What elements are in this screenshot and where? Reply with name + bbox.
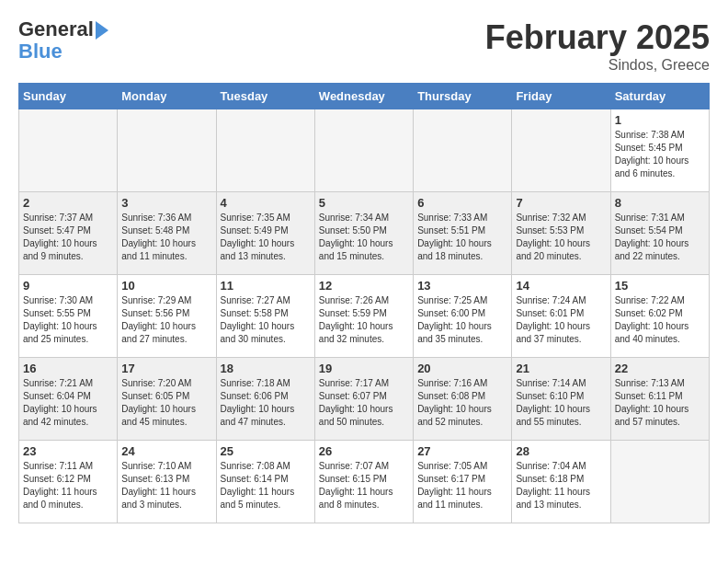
day-number: 1 xyxy=(615,113,705,127)
weekday-header: Saturday xyxy=(610,84,709,109)
calendar-day-cell: 21Sunrise: 7:14 AM Sunset: 6:10 PM Dayli… xyxy=(512,358,610,441)
calendar-day-cell: 15Sunrise: 7:22 AM Sunset: 6:02 PM Dayli… xyxy=(610,275,709,358)
day-number: 24 xyxy=(121,444,211,458)
calendar-week-row: 9Sunrise: 7:30 AM Sunset: 5:55 PM Daylig… xyxy=(19,275,710,358)
weekday-header: Thursday xyxy=(414,84,512,109)
calendar-day-cell: 27Sunrise: 7:05 AM Sunset: 6:17 PM Dayli… xyxy=(414,441,512,523)
calendar-day-cell: 16Sunrise: 7:21 AM Sunset: 6:04 PM Dayli… xyxy=(19,358,118,441)
day-info: Sunrise: 7:18 AM Sunset: 6:06 PM Dayligh… xyxy=(221,377,311,429)
day-number: 5 xyxy=(319,196,409,210)
day-info: Sunrise: 7:16 AM Sunset: 6:08 PM Dayligh… xyxy=(417,377,507,429)
calendar-day-cell: 19Sunrise: 7:17 AM Sunset: 6:07 PM Dayli… xyxy=(314,358,413,441)
month-title: February 2025 xyxy=(485,18,710,57)
calendar-week-row: 2Sunrise: 7:37 AM Sunset: 5:47 PM Daylig… xyxy=(19,192,710,275)
day-info: Sunrise: 7:20 AM Sunset: 6:05 PM Dayligh… xyxy=(121,377,211,429)
calendar-day-cell xyxy=(610,441,709,523)
day-number: 28 xyxy=(516,444,606,458)
day-number: 16 xyxy=(23,362,113,375)
weekday-header: Sunday xyxy=(19,84,118,109)
calendar-day-cell: 12Sunrise: 7:26 AM Sunset: 5:59 PM Dayli… xyxy=(314,275,413,358)
calendar-week-row: 23Sunrise: 7:11 AM Sunset: 6:12 PM Dayli… xyxy=(19,441,710,523)
weekday-header: Wednesday xyxy=(314,84,413,109)
calendar-week-row: 16Sunrise: 7:21 AM Sunset: 6:04 PM Dayli… xyxy=(19,358,710,441)
calendar-header-row: SundayMondayTuesdayWednesdayThursdayFrid… xyxy=(19,84,710,109)
location-subtitle: Sindos, Greece xyxy=(485,57,710,74)
weekday-header: Tuesday xyxy=(216,84,314,109)
calendar-day-cell: 9Sunrise: 7:30 AM Sunset: 5:55 PM Daylig… xyxy=(19,275,118,358)
calendar-day-cell: 26Sunrise: 7:07 AM Sunset: 6:15 PM Dayli… xyxy=(314,441,413,523)
day-number: 14 xyxy=(516,279,606,293)
calendar-day-cell: 10Sunrise: 7:29 AM Sunset: 5:56 PM Dayli… xyxy=(118,275,216,358)
calendar-day-cell: 4Sunrise: 7:35 AM Sunset: 5:49 PM Daylig… xyxy=(216,192,314,275)
calendar-week-row: 1Sunrise: 7:38 AM Sunset: 5:45 PM Daylig… xyxy=(19,109,710,192)
day-info: Sunrise: 7:31 AM Sunset: 5:54 PM Dayligh… xyxy=(615,212,705,263)
day-number: 20 xyxy=(417,362,507,375)
day-number: 10 xyxy=(121,279,211,293)
calendar-day-cell: 14Sunrise: 7:24 AM Sunset: 6:01 PM Dayli… xyxy=(512,275,610,358)
calendar-day-cell: 6Sunrise: 7:33 AM Sunset: 5:51 PM Daylig… xyxy=(414,192,512,275)
day-info: Sunrise: 7:36 AM Sunset: 5:48 PM Dayligh… xyxy=(121,212,211,263)
day-info: Sunrise: 7:10 AM Sunset: 6:13 PM Dayligh… xyxy=(121,460,211,511)
day-info: Sunrise: 7:32 AM Sunset: 5:53 PM Dayligh… xyxy=(516,212,606,263)
day-info: Sunrise: 7:04 AM Sunset: 6:18 PM Dayligh… xyxy=(516,460,606,511)
day-number: 3 xyxy=(121,196,211,210)
day-info: Sunrise: 7:08 AM Sunset: 6:14 PM Dayligh… xyxy=(221,460,311,511)
calendar-day-cell xyxy=(512,109,610,192)
day-number: 7 xyxy=(516,196,606,210)
day-number: 21 xyxy=(516,362,606,375)
day-info: Sunrise: 7:17 AM Sunset: 6:07 PM Dayligh… xyxy=(319,377,409,429)
calendar-day-cell: 23Sunrise: 7:11 AM Sunset: 6:12 PM Dayli… xyxy=(19,441,118,523)
calendar-day-cell: 8Sunrise: 7:31 AM Sunset: 5:54 PM Daylig… xyxy=(610,192,709,275)
day-info: Sunrise: 7:33 AM Sunset: 5:51 PM Dayligh… xyxy=(417,212,507,263)
day-info: Sunrise: 7:05 AM Sunset: 6:17 PM Dayligh… xyxy=(417,460,507,511)
calendar-day-cell: 7Sunrise: 7:32 AM Sunset: 5:53 PM Daylig… xyxy=(512,192,610,275)
calendar-day-cell: 24Sunrise: 7:10 AM Sunset: 6:13 PM Dayli… xyxy=(118,441,216,523)
weekday-header: Monday xyxy=(118,84,216,109)
calendar-table: SundayMondayTuesdayWednesdayThursdayFrid… xyxy=(18,83,710,523)
calendar-day-cell: 28Sunrise: 7:04 AM Sunset: 6:18 PM Dayli… xyxy=(512,441,610,523)
calendar-day-cell: 3Sunrise: 7:36 AM Sunset: 5:48 PM Daylig… xyxy=(118,192,216,275)
day-number: 8 xyxy=(615,196,705,210)
calendar-day-cell: 13Sunrise: 7:25 AM Sunset: 6:00 PM Dayli… xyxy=(414,275,512,358)
title-block: February 2025 Sindos, Greece xyxy=(485,18,710,74)
day-info: Sunrise: 7:37 AM Sunset: 5:47 PM Dayligh… xyxy=(23,212,113,263)
calendar-day-cell xyxy=(414,109,512,192)
calendar-day-cell: 1Sunrise: 7:38 AM Sunset: 5:45 PM Daylig… xyxy=(610,109,709,192)
day-info: Sunrise: 7:35 AM Sunset: 5:49 PM Dayligh… xyxy=(221,212,311,263)
calendar-day-cell xyxy=(19,109,118,192)
calendar-day-cell: 18Sunrise: 7:18 AM Sunset: 6:06 PM Dayli… xyxy=(216,358,314,441)
calendar-day-cell xyxy=(216,109,314,192)
day-info: Sunrise: 7:27 AM Sunset: 5:58 PM Dayligh… xyxy=(221,294,311,346)
day-info: Sunrise: 7:25 AM Sunset: 6:00 PM Dayligh… xyxy=(417,294,507,346)
logo: General Blue xyxy=(18,18,108,63)
page-header: General Blue February 2025 Sindos, Greec… xyxy=(18,18,710,74)
calendar-day-cell: 11Sunrise: 7:27 AM Sunset: 5:58 PM Dayli… xyxy=(216,275,314,358)
day-number: 4 xyxy=(221,196,311,210)
day-info: Sunrise: 7:26 AM Sunset: 5:59 PM Dayligh… xyxy=(319,294,409,346)
day-number: 2 xyxy=(23,196,113,210)
day-number: 9 xyxy=(23,279,113,293)
day-info: Sunrise: 7:22 AM Sunset: 6:02 PM Dayligh… xyxy=(615,294,705,346)
calendar-day-cell: 22Sunrise: 7:13 AM Sunset: 6:11 PM Dayli… xyxy=(610,358,709,441)
day-number: 22 xyxy=(615,362,705,375)
calendar-day-cell xyxy=(118,109,216,192)
calendar-day-cell: 2Sunrise: 7:37 AM Sunset: 5:47 PM Daylig… xyxy=(19,192,118,275)
weekday-header: Friday xyxy=(512,84,610,109)
day-info: Sunrise: 7:24 AM Sunset: 6:01 PM Dayligh… xyxy=(516,294,606,346)
day-info: Sunrise: 7:13 AM Sunset: 6:11 PM Dayligh… xyxy=(615,377,705,429)
day-number: 6 xyxy=(417,196,507,210)
day-info: Sunrise: 7:38 AM Sunset: 5:45 PM Dayligh… xyxy=(615,129,705,180)
day-number: 19 xyxy=(319,362,409,375)
day-info: Sunrise: 7:07 AM Sunset: 6:15 PM Dayligh… xyxy=(319,460,409,511)
day-info: Sunrise: 7:34 AM Sunset: 5:50 PM Dayligh… xyxy=(319,212,409,263)
day-number: 25 xyxy=(221,444,311,458)
day-number: 27 xyxy=(417,444,507,458)
calendar-day-cell xyxy=(314,109,413,192)
calendar-day-cell: 5Sunrise: 7:34 AM Sunset: 5:50 PM Daylig… xyxy=(314,192,413,275)
calendar-day-cell: 25Sunrise: 7:08 AM Sunset: 6:14 PM Dayli… xyxy=(216,441,314,523)
day-info: Sunrise: 7:21 AM Sunset: 6:04 PM Dayligh… xyxy=(23,377,113,429)
logo-blue-text: Blue xyxy=(18,40,108,63)
day-number: 13 xyxy=(417,279,507,293)
logo-arrow-icon xyxy=(96,21,108,40)
day-number: 17 xyxy=(121,362,211,375)
